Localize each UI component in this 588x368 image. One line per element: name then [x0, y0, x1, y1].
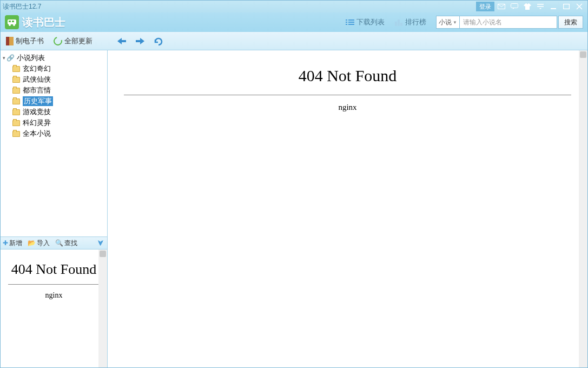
svg-rect-1	[511, 4, 518, 8]
search-type-label: 小说	[439, 18, 452, 27]
svg-rect-12	[12, 21, 14, 22]
category-tree: ▾ 🔗 小说列表 玄幻奇幻 武侠仙侠 都市言情 历史军事	[1, 50, 107, 236]
svg-rect-11	[9, 21, 11, 22]
ranking-label: 排行榜	[405, 17, 426, 27]
search-input[interactable]	[460, 16, 557, 29]
titlebar: 读书巴士12.7 登录	[1, 1, 587, 12]
tree-item-label: 全本小说	[23, 129, 51, 139]
collapse-button[interactable]: ⮟	[97, 239, 104, 247]
back-button[interactable]	[115, 35, 128, 48]
folder-icon	[12, 88, 20, 94]
tree-item-wuxia[interactable]: 武侠仙侠	[1, 74, 107, 85]
book-icon	[6, 37, 14, 45]
svg-rect-20	[398, 19, 400, 26]
plus-icon: ✚	[3, 239, 8, 247]
content-error-subtitle: nginx	[118, 103, 577, 112]
tree-item-youxi[interactable]: 游戏竞技	[1, 107, 107, 117]
chevron-down-icon: ▼	[453, 20, 457, 25]
header: 读书巴士 下载列表 排行榜 小说 ▼ 搜索	[1, 12, 587, 32]
svg-point-9	[9, 24, 11, 26]
tree-item-label: 科幻灵异	[23, 118, 51, 128]
sidebar-toolbar: ✚ 新增 📂 导入 🔍 查找 ⮟	[1, 236, 107, 249]
app-logo: 读书巴士	[5, 15, 65, 30]
toolbar: 制电子书 全部更新	[1, 32, 587, 50]
add-label: 新增	[9, 239, 22, 248]
content-error-title: 404 Not Found	[118, 67, 577, 85]
tree-item-kehuan[interactable]: 科幻灵异	[1, 117, 107, 128]
tree-item-label: 历史军事	[23, 96, 53, 106]
ranking-button[interactable]: 排行榜	[394, 17, 426, 27]
divider	[124, 95, 571, 95]
svg-rect-17	[346, 24, 347, 25]
find-button[interactable]: 🔍 查找	[55, 239, 77, 248]
download-list-button[interactable]: 下载列表	[346, 17, 385, 27]
content-pane: 404 Not Found nginx	[108, 50, 587, 368]
main-area: ▾ 🔗 小说列表 玄幻奇幻 武侠仙侠 都市言情 历史军事	[1, 50, 587, 368]
link-icon: 🔗	[6, 54, 15, 62]
svg-rect-16	[348, 22, 354, 23]
bars-icon	[394, 18, 403, 26]
bus-icon	[5, 15, 19, 29]
folder-icon	[12, 98, 20, 104]
list-icon	[346, 18, 354, 26]
folder-icon	[12, 66, 20, 72]
import-button[interactable]: 📂 导入	[28, 239, 50, 248]
refresh-all-label: 全部更新	[64, 36, 93, 46]
logo-text: 读书巴士	[22, 15, 65, 30]
tree-item-label: 玄幻奇幻	[23, 64, 51, 74]
chevrons-down-icon: ⮟	[97, 239, 104, 247]
svg-rect-18	[348, 24, 354, 25]
preview-error-title: 404 Not Found	[6, 261, 102, 278]
preview-error-subtitle: nginx	[3, 291, 105, 300]
chat-icon[interactable]	[508, 2, 520, 11]
tree-item-xuanhuan[interactable]: 玄幻奇幻	[1, 63, 107, 74]
divider	[8, 284, 100, 285]
svg-point-10	[13, 24, 15, 26]
folder-icon	[12, 120, 20, 126]
svg-rect-5	[564, 4, 570, 9]
make-ebook-button[interactable]: 制电子书	[6, 36, 44, 46]
folder-icon	[12, 109, 20, 115]
menu-icon[interactable]	[534, 2, 546, 11]
tree-item-label: 游戏竞技	[23, 107, 51, 117]
svg-rect-13	[346, 19, 347, 21]
window-title: 读书巴士12.7	[3, 2, 41, 11]
svg-rect-14	[348, 19, 354, 21]
login-button[interactable]: 登录	[476, 2, 494, 11]
tree-item-dushi[interactable]: 都市言情	[1, 85, 107, 96]
import-label: 导入	[37, 239, 50, 248]
download-list-label: 下载列表	[356, 17, 385, 27]
folder-open-icon: 📂	[28, 239, 36, 247]
svg-rect-15	[346, 22, 347, 23]
shirt-icon[interactable]	[521, 2, 533, 11]
search-button[interactable]: 搜索	[558, 16, 583, 29]
svg-rect-19	[395, 22, 397, 26]
tree-item-lishi[interactable]: 历史军事	[1, 96, 107, 107]
find-label: 查找	[64, 239, 77, 248]
make-ebook-label: 制电子书	[16, 36, 44, 46]
preview-pane: 404 Not Found nginx	[1, 249, 107, 368]
folder-icon	[12, 77, 20, 83]
mail-icon[interactable]	[495, 2, 507, 11]
reload-button[interactable]	[152, 35, 165, 48]
refresh-icon	[52, 35, 64, 47]
collapse-icon: ▾	[3, 55, 5, 61]
scrollbar[interactable]	[579, 50, 587, 368]
tree-item-label: 武侠仙侠	[23, 75, 51, 84]
search-icon: 🔍	[55, 239, 63, 247]
tree-item-quanben[interactable]: 全本小说	[1, 128, 107, 139]
sidebar: ▾ 🔗 小说列表 玄幻奇幻 武侠仙侠 都市言情 历史军事	[1, 50, 108, 368]
tree-item-label: 都市言情	[23, 86, 51, 95]
search-type-dropdown[interactable]: 小说 ▼	[436, 16, 460, 29]
minimize-icon[interactable]	[547, 2, 559, 11]
folder-icon	[12, 131, 20, 137]
maximize-icon[interactable]	[560, 2, 572, 11]
add-button[interactable]: ✚ 新增	[3, 239, 22, 248]
tree-root-label: 小说列表	[17, 53, 45, 63]
tree-root[interactable]: ▾ 🔗 小说列表	[1, 52, 107, 63]
refresh-all-button[interactable]: 全部更新	[54, 36, 93, 46]
forward-button[interactable]	[134, 35, 147, 48]
scrollbar[interactable]	[98, 249, 107, 368]
svg-rect-21	[400, 23, 402, 26]
close-icon[interactable]	[573, 2, 585, 11]
